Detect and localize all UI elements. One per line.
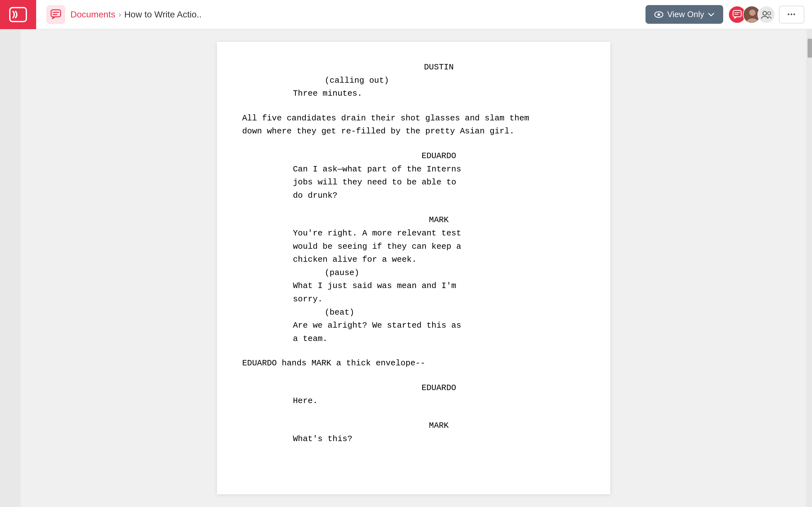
dialogue-mark-2a: What I just said was mean and I'm [293,279,484,293]
parenthetical-calling-out: (calling out) [325,74,585,88]
action-shot-glasses-1: All five candidates drain their shot gla… [242,112,585,125]
header: Documents › How to Write Actio.. View On… [0,0,812,29]
svg-point-13 [768,12,771,15]
character-eduardo-1: EDUARDO [293,150,585,163]
scene-break-3 [242,202,585,214]
character-eduardo-2: EDUARDO [293,382,585,395]
chat-nav-icon [50,9,61,20]
dialogue-mark-1c: chicken alive for a week. [293,253,484,267]
logo-icon [9,5,28,24]
svg-point-5 [658,13,660,16]
action-envelope: EDUARDO hands MARK a thick envelope-- [242,357,585,370]
svg-rect-6 [733,10,741,17]
character-mark-1: MARK [293,214,585,227]
users-icon [761,10,772,19]
dialogue-mark-whats-this: What's this? [293,433,484,446]
character-dustin: DUSTIN [293,61,585,74]
scene-break-1 [242,101,585,112]
breadcrumb-current-doc: How to Write Actio.. [124,9,202,20]
document-page: DUSTIN (calling out) Three minutes. All … [217,42,610,494]
dialogue-mark-3b: a team. [293,332,484,346]
dialogue-mark-1a: You're right. A more relevant test [293,227,484,240]
screenplay-content: DUSTIN (calling out) Three minutes. All … [242,61,585,446]
action-shot-glasses-2: down where they get re-filled by the pre… [242,125,585,138]
parenthetical-beat: (beat) [325,306,585,320]
scene-break-2 [242,138,585,150]
chevron-down-icon [708,12,714,17]
dialogue-eduardo-1a: Can I ask—what part of the Interns [293,163,484,176]
svg-rect-0 [10,8,26,21]
more-options-button[interactable]: ••• [779,6,804,23]
svg-rect-1 [51,10,61,17]
breadcrumb-documents-link[interactable]: Documents [70,9,115,20]
dialogue-three-minutes: Three minutes. [293,87,484,101]
nav-chat-button[interactable] [46,5,65,24]
dialogue-eduardo-here: Here. [293,395,484,408]
breadcrumb: Documents › How to Write Actio.. [70,9,641,20]
parenthetical-pause: (pause) [325,267,585,280]
view-only-button[interactable]: View Only [646,5,723,24]
view-only-label: View Only [667,9,704,19]
users-button[interactable] [757,6,775,23]
dialogue-eduardo-1c: do drunk? [293,189,484,203]
svg-point-12 [763,11,767,15]
dialogue-mark-2b: sorry. [293,293,484,306]
dialogue-mark-3a: Are we alright? We started this as [293,319,484,332]
eye-icon [654,11,663,18]
avatar-group [728,6,775,23]
dialogue-eduardo-1b: jobs will they need to be able to [293,176,484,189]
logo-box [0,0,36,29]
scene-break-6 [242,408,585,419]
document-area: DUSTIN (calling out) Three minutes. All … [20,29,806,507]
breadcrumb-separator: › [119,10,121,19]
character-mark-2: MARK [293,419,585,433]
avatar-chat-icon [732,10,742,19]
scene-break-4 [242,345,585,357]
left-sidebar [0,29,20,507]
main-content: DUSTIN (calling out) Three minutes. All … [0,29,812,507]
dialogue-mark-1b: would be seeing if they can keep a [293,240,484,253]
scene-break-5 [242,370,585,382]
right-sidebar [806,29,812,507]
header-right: ••• [728,6,804,23]
svg-point-10 [749,9,756,16]
scrollbar-thumb[interactable] [808,39,812,58]
